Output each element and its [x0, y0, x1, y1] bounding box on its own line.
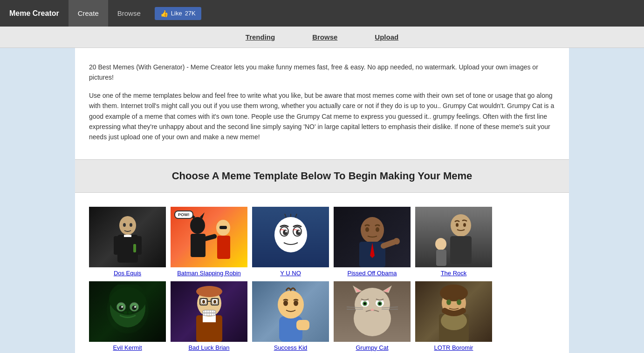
nav-browse[interactable]: Browse	[108, 0, 150, 27]
svg-rect-34	[450, 236, 472, 264]
meme-thumb-success-kid	[252, 281, 329, 342]
thumbs-up-icon: 👍	[160, 10, 168, 17]
meme-thumb-batman-slapping-robin: POW!	[171, 207, 247, 267]
meme-item-dos-equis[interactable]: Dos Equis	[89, 207, 166, 277]
svg-rect-7	[133, 244, 136, 252]
like-label: Like	[171, 10, 182, 17]
meme-thumb-dos-equis	[89, 207, 166, 267]
meme-label-lotr-boromir[interactable]: LOTR Boromir	[434, 344, 473, 351]
meme-item-pissed-off-obama[interactable]: Pissed Off Obama	[334, 207, 411, 277]
svg-point-95	[457, 299, 461, 305]
svg-point-4	[123, 223, 126, 227]
description-section: 20 Best Memes (With Generator) - Meme Cr…	[75, 48, 569, 159]
meme-label-yuno[interactable]: Y U NO	[280, 270, 301, 277]
svg-point-16	[274, 217, 307, 252]
svg-point-49	[107, 287, 149, 333]
svg-point-63	[213, 300, 216, 304]
svg-point-30	[393, 238, 400, 244]
svg-point-37	[456, 223, 459, 227]
svg-point-67	[196, 286, 222, 297]
meme-thumb-lotr-boromir	[415, 281, 492, 342]
template-heading-section: Choose A Meme Template Below To Begin Ma…	[75, 159, 569, 193]
svg-point-35	[435, 238, 446, 250]
meme-item-batman-slapping-robin[interactable]: POW! Batman Slapping Robin	[171, 207, 247, 277]
svg-point-38	[463, 223, 466, 227]
like-button[interactable]: 👍 Like 27K	[155, 7, 201, 20]
meme-thumb-grumpy-cat	[334, 281, 411, 342]
svg-point-5	[130, 223, 132, 227]
meme-label-batman-slapping-robin[interactable]: Batman Slapping Robin	[177, 270, 241, 277]
secondary-navigation: Trending Browse Upload	[0, 27, 644, 48]
description-body: Use one of the meme templates below and …	[89, 90, 555, 143]
svg-point-83	[363, 302, 366, 305]
svg-rect-15	[219, 226, 227, 229]
meme-item-lotr-boromir[interactable]: LOTR Boromir	[415, 281, 492, 351]
meme-item-bad-luck-brian[interactable]: Bad Luck Brian	[171, 281, 247, 351]
meme-item-yuno[interactable]: Y U NO	[252, 207, 329, 277]
svg-point-8	[190, 217, 205, 234]
main-content: 20 Best Memes (With Generator) - Meme Cr…	[75, 48, 569, 353]
svg-point-93	[440, 285, 468, 301]
meme-grid: Dos Equis POW! Batman Slapping Robin	[89, 207, 555, 353]
svg-point-84	[378, 302, 381, 305]
meme-grid-section: Dos Equis POW! Batman Slapping Robin	[75, 193, 569, 353]
svg-point-33	[451, 214, 471, 237]
svg-point-21	[285, 231, 287, 232]
meme-label-the-rock[interactable]: The Rock	[441, 270, 467, 277]
svg-point-26	[361, 217, 384, 243]
svg-point-69	[278, 291, 304, 319]
svg-rect-3	[135, 236, 142, 255]
meme-thumb-evil-kermit	[89, 281, 166, 342]
svg-rect-36	[436, 250, 446, 266]
svg-point-31	[365, 227, 369, 232]
svg-point-62	[202, 300, 205, 304]
top-navigation: Meme Creator Create Browse 👍 Like 27K	[0, 0, 644, 27]
svg-rect-2	[114, 236, 120, 255]
nav-trending[interactable]: Trending	[246, 33, 275, 41]
svg-line-23	[285, 214, 286, 217]
meme-label-bad-luck-brian[interactable]: Bad Luck Brian	[188, 344, 229, 351]
meme-item-grumpy-cat[interactable]: Grumpy Cat	[334, 281, 411, 351]
meme-item-success-kid[interactable]: Success Kid	[252, 281, 329, 351]
meme-thumb-yuno	[252, 207, 329, 267]
svg-point-19	[283, 230, 288, 235]
svg-point-71	[283, 300, 288, 306]
app-brand: Meme Creator	[0, 0, 69, 27]
svg-point-74	[355, 288, 390, 321]
svg-rect-6	[124, 235, 131, 237]
svg-point-32	[376, 227, 379, 232]
svg-rect-14	[217, 236, 230, 259]
meme-label-success-kid[interactable]: Success Kid	[274, 344, 308, 351]
nav-create[interactable]: Create	[69, 0, 108, 27]
meme-label-grumpy-cat[interactable]: Grumpy Cat	[356, 344, 388, 351]
meme-label-pissed-off-obama[interactable]: Pissed Off Obama	[348, 270, 397, 277]
svg-rect-11	[191, 234, 206, 257]
meme-thumb-bad-luck-brian	[171, 281, 247, 342]
template-heading: Choose A Meme Template Below To Begin Ma…	[75, 170, 569, 182]
meme-label-dos-equis[interactable]: Dos Equis	[114, 270, 141, 277]
svg-point-72	[294, 300, 298, 306]
meme-item-the-rock[interactable]: The Rock	[415, 207, 492, 277]
svg-line-25	[295, 214, 297, 217]
meme-thumb-the-rock	[415, 207, 492, 267]
svg-point-20	[296, 230, 301, 235]
nav-upload[interactable]: Upload	[375, 33, 398, 41]
svg-point-22	[298, 231, 300, 232]
meme-item-evil-kermit[interactable]: Evil Kermit	[89, 281, 166, 351]
meme-thumb-pissed-off-obama	[334, 207, 411, 267]
like-count: 27K	[185, 10, 196, 17]
svg-rect-70	[296, 320, 309, 330]
description-headline: 20 Best Memes (With Generator) - Meme Cr…	[89, 62, 555, 83]
meme-label-evil-kermit[interactable]: Evil Kermit	[113, 344, 142, 351]
svg-point-94	[446, 299, 451, 305]
nav-browse-secondary[interactable]: Browse	[312, 33, 337, 41]
